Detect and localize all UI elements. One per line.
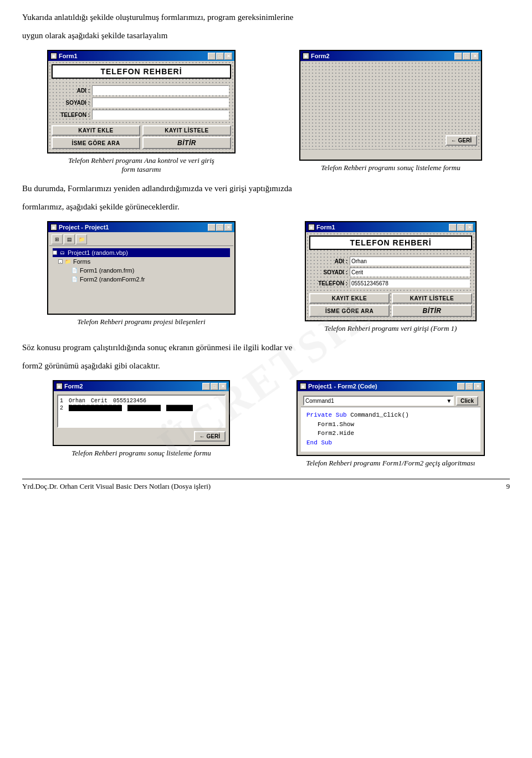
form2l-minimize[interactable]: _: [202, 383, 210, 390]
bottom-forms-section: ■ Form2 _ □ ✕ 1 Orhan Cerit 0555123456: [22, 380, 510, 468]
form1-btn-row1: KAYIT EKLE KAYIT LİSTELE: [52, 125, 231, 136]
code-toolbar: Command1 ▼ Click: [301, 395, 480, 407]
code-titlebar: ■ Project1 - Form2 (Code) _ □ ✕: [298, 381, 484, 391]
code-click-button[interactable]: Click: [456, 396, 478, 406]
form1d-soyadi-row: SOYADI :: [311, 268, 470, 276]
project-window: ■ Project - Project1 _ □ ✕ ⊞ ▤ 📁: [47, 221, 236, 315]
tree-expand-forms[interactable]: -: [58, 259, 63, 264]
form2l-geri-container: ← GERİ: [57, 431, 226, 442]
form1-data-banner: TELEFON REHBERİ: [309, 235, 472, 250]
form1d-adi-label: ADI :: [311, 258, 347, 264]
form1d-adi-input[interactable]: [350, 257, 470, 265]
project-controls: _ □ ✕: [208, 224, 232, 231]
middle-forms-section: ■ Project - Project1 _ □ ✕ ⊞ ▤ 📁: [22, 221, 510, 333]
form1d-telefon-input[interactable]: [350, 279, 470, 288]
form2l-controls: _ □ ✕: [202, 383, 227, 390]
form1-telefon-input[interactable]: [92, 110, 229, 120]
form1-empty-col: ■ Form1 _ □ ✕ TELEFON REHBERİ ADI :: [22, 50, 260, 174]
form1-data-fields: ADI : SOYADI : TELEFON :: [309, 254, 472, 290]
list-name-2: ████████████: [69, 405, 122, 411]
tree-item-form2[interactable]: 📄 Form2 (randomForm2.fr: [65, 275, 230, 284]
toolbar-btn3[interactable]: 📁: [76, 234, 87, 244]
project-tree: - 🗂 Project1 (random.vbp) - 📁 Forms 📄: [49, 246, 233, 313]
form1d-maximize[interactable]: □: [457, 224, 465, 231]
project-body: ⊞ ▤ 📁 - 🗂 Project1 (random.vbp) - 📁: [48, 232, 234, 314]
form1d-minimize[interactable]: _: [449, 224, 457, 231]
form1d-kayit-ekle-btn[interactable]: KAYIT EKLE: [309, 293, 390, 304]
code-minimize[interactable]: _: [457, 383, 465, 390]
code-combo-box[interactable]: Command1 ▼: [303, 396, 454, 406]
form2l-close[interactable]: ✕: [219, 383, 227, 390]
project-caption: Telefon Rehberi programı projesi bileşen…: [77, 317, 205, 326]
project-title: Project - Project1: [59, 224, 109, 231]
form1d-isme-gore-btn[interactable]: İSME GÖRE ARA: [309, 305, 390, 317]
tree-icon-form1: 📄: [70, 267, 78, 274]
form1-kayit-listele-btn[interactable]: KAYIT LİSTELE: [142, 125, 231, 136]
tree-item-project1[interactable]: - 🗂 Project1 (random.vbp): [53, 248, 230, 257]
footer-left: Yrd.Doç.Dr. Orhan Cerit Visual Basic Der…: [22, 482, 211, 491]
intro-line2: uygun olarak aşağıdaki şekilde tasarlaya…: [22, 29, 510, 42]
form1-telefon-row: TELEFON :: [54, 110, 229, 120]
code-line-2: Form1.Show: [306, 420, 475, 429]
code-maximize[interactable]: □: [466, 383, 473, 390]
project-minimize[interactable]: _: [208, 224, 216, 231]
form2-maximize[interactable]: □: [463, 53, 470, 60]
tree-label-project1: Project1 (random.vbp): [68, 249, 128, 256]
form1-data-icon: ■: [308, 224, 315, 231]
kw-sub: Sub: [336, 412, 350, 418]
form1d-close[interactable]: ✕: [466, 224, 473, 231]
form1d-telefon-label: TELEFON :: [311, 280, 347, 286]
code-close[interactable]: ✕: [474, 383, 482, 390]
form2l-maximize[interactable]: □: [211, 383, 218, 390]
form2-controls: _ □ ✕: [454, 53, 479, 60]
code-window: ■ Project1 - Form2 (Code) _ □ ✕ Command1…: [296, 380, 485, 456]
tree-expand-project1[interactable]: -: [53, 250, 57, 255]
code-combo-text: Command1: [305, 398, 334, 404]
form1-soyadi-input[interactable]: [92, 98, 229, 107]
form1d-soyadi-input[interactable]: [350, 268, 470, 276]
project-close[interactable]: ✕: [224, 224, 232, 231]
form2l-title: Form2: [64, 383, 83, 390]
form2-geri-btn[interactable]: ← GERİ: [446, 135, 477, 146]
tree-icon-project1: 🗂: [58, 249, 66, 257]
list-row-1: 1 Orhan Cerit 0555123456: [60, 397, 223, 404]
form1-bitir-btn[interactable]: BİTİR: [142, 137, 231, 149]
form1-data-window: ■ Form1 _ □ ✕ TELEFON REHBERİ ADI :: [305, 221, 477, 321]
form1d-bitir-btn[interactable]: BİTİR: [392, 305, 472, 317]
list-row-2: 2 ████████████ ██████████ ████████: [60, 404, 223, 412]
form1-kayit-ekle-btn[interactable]: KAYIT EKLE: [52, 125, 140, 136]
tree-icon-forms: 📁: [64, 258, 71, 265]
form1-buttons: KAYIT EKLE KAYIT LİSTELE İSME GÖRE ARA B…: [52, 125, 231, 149]
kw-private: Private: [306, 412, 336, 418]
form2-close[interactable]: ✕: [471, 53, 479, 60]
form1-data-titlebar: ■ Form1 _ □ ✕: [306, 222, 475, 232]
form1d-kayit-listele-btn[interactable]: KAYIT LİSTELE: [392, 293, 472, 304]
code-caption: Telefon Rehberi programı Form1/Form2 geç…: [306, 459, 475, 468]
tree-item-form1[interactable]: 📄 Form1 (random.frm): [65, 266, 230, 275]
tree-item-forms[interactable]: - 📁 Forms: [58, 257, 230, 266]
form1d-btn-row1: KAYIT EKLE KAYIT LİSTELE: [309, 293, 472, 304]
tree-icon-form2: 📄: [70, 275, 78, 283]
form2l-geri-btn[interactable]: ← GERİ: [194, 431, 226, 442]
form1-title-text: Form1: [59, 53, 78, 59]
code-controls: _ □ ✕: [457, 383, 482, 390]
list-phone-1: 0555123456: [113, 398, 146, 404]
project-icon: ■: [50, 224, 57, 231]
form1-isme-gore-ara-btn[interactable]: İSME GÖRE ARA: [52, 137, 140, 149]
project-maximize[interactable]: □: [216, 224, 224, 231]
form2-body: ← GERİ: [300, 61, 481, 150]
form1-adi-input[interactable]: [92, 85, 229, 95]
form1-adi-row: ADI :: [54, 85, 229, 95]
form1-soyadi-row: SOYADI :: [54, 98, 229, 107]
form1-maximize[interactable]: □: [216, 53, 224, 60]
form1-banner: TELEFON REHBERİ: [52, 64, 231, 79]
form1-close[interactable]: ✕: [224, 53, 232, 60]
toolbar-btn2[interactable]: ▤: [64, 234, 75, 244]
tree-label-forms: Forms: [73, 258, 90, 265]
form2-minimize[interactable]: _: [454, 53, 462, 60]
form1-empty-window: ■ Form1 _ □ ✕ TELEFON REHBERİ ADI :: [47, 50, 236, 153]
form2-empty-caption: Telefon Rehberi programı sonuç listeleme…: [321, 163, 460, 172]
list-num-2: 2: [60, 405, 63, 411]
toolbar-btn1[interactable]: ⊞: [52, 234, 63, 244]
form1-minimize[interactable]: _: [208, 53, 216, 60]
